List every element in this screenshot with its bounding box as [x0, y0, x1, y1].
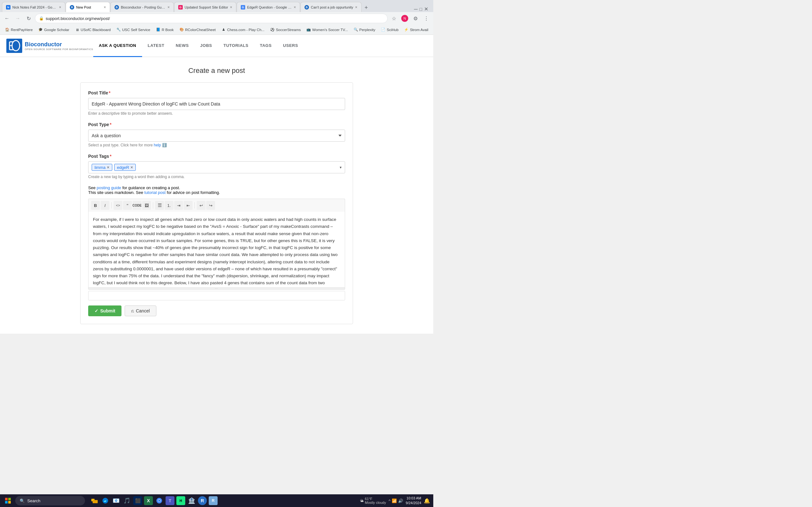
bookmark-scihub[interactable]: 📄 SciHub: [378, 26, 401, 33]
post-title-label: Post Title*: [88, 90, 345, 95]
tab-cant-post-job[interactable]: B Can't post a job oppurtunity ×: [300, 2, 362, 12]
nav-item-news[interactable]: NEWS: [170, 35, 194, 57]
post-title-input[interactable]: [88, 98, 345, 110]
address-bar[interactable]: 🔒 support.bioconductor.org/new/post/: [35, 14, 388, 23]
tag-limma[interactable]: limma ×: [92, 164, 112, 171]
bookmark-perplexity[interactable]: 🔍 Perplexity: [351, 26, 378, 33]
nav-item-tutorials[interactable]: TUTORIALS: [218, 35, 254, 57]
bookmark-google-scholar[interactable]: 🎓 Google Scholar: [36, 26, 72, 33]
menu-button[interactable]: ⋮: [422, 14, 431, 23]
bookmark-label-soccer-streams: SoccerStreams: [276, 28, 301, 32]
toolbar-blockquote[interactable]: ": [123, 201, 132, 210]
nav-item-users[interactable]: USERS: [277, 35, 304, 57]
bookmark-rentpaywhere[interactable]: 🏠 RentPayHere: [3, 26, 35, 33]
page-content: Bioconductor OPEN SOURCE SOFTWARE FOR BI…: [0, 35, 433, 334]
post-type-select[interactable]: Ask a question Job Listing Tutorial Tool…: [88, 130, 345, 142]
nav-item-ask[interactable]: ASK A QUESTION: [93, 35, 142, 57]
bookmark-soccer-streams[interactable]: ⚽ SoccerStreams: [268, 26, 304, 33]
bookmark-label-self-service: USC Self Service: [122, 28, 150, 32]
back-button[interactable]: ←: [3, 14, 11, 23]
maximize-button[interactable]: □: [420, 7, 422, 12]
tab-icon-3: B: [114, 5, 119, 9]
help-link[interactable]: help: [154, 143, 161, 147]
tab-updated-editor[interactable]: G Updated Support Site Editor ×: [174, 2, 236, 12]
tab-icon-1: N: [6, 5, 10, 9]
tutorial-post-link[interactable]: tutorial post: [144, 190, 165, 195]
toolbar-ul[interactable]: ☰: [155, 201, 164, 210]
bookmark-rcolor[interactable]: 🎨 RColorCheatSheet: [177, 26, 218, 33]
tab-close-4[interactable]: ×: [230, 5, 232, 9]
tab-close-6[interactable]: ×: [355, 5, 357, 9]
nav-item-tags[interactable]: TAGS: [254, 35, 277, 57]
submit-button[interactable]: ✓ Submit: [88, 305, 121, 316]
editor-toolbar: B I <> " CODE 🖼 ☰ 1. ⇥ ⇤ ↩ ↪: [88, 199, 345, 212]
minimize-button[interactable]: ─: [414, 6, 417, 12]
toolbar-sep-2: [153, 202, 153, 209]
editor-content[interactable]: For example, if I were to inspect all ge…: [88, 212, 345, 288]
profile-button[interactable]: N: [400, 14, 409, 23]
tab-new-post[interactable]: B New Post ×: [66, 2, 110, 12]
bioconductor-logo: [6, 39, 22, 53]
bookmark-icon-perplexity: 🔍: [354, 27, 358, 32]
editor-resize-handle[interactable]: ⋯: [88, 288, 345, 290]
nav-item-jobs[interactable]: JOBS: [194, 35, 217, 57]
cancel-label: Cancel: [136, 308, 150, 314]
tab-close-1[interactable]: ×: [59, 5, 61, 9]
bookmark-self-service[interactable]: 🔧 USC Self Service: [114, 26, 153, 33]
tab-nick-notes[interactable]: N Nick Notes Fall 2024 - Google ... ×: [2, 2, 65, 12]
new-tab-button[interactable]: +: [362, 3, 371, 12]
tag-limma-remove[interactable]: ×: [107, 165, 109, 170]
toolbar-dedent[interactable]: ⇤: [184, 201, 193, 210]
logo-subtitle: OPEN SOURCE SOFTWARE FOR BIOINFORMATICS: [25, 48, 93, 51]
logo-title: Bioconductor: [25, 41, 93, 48]
toolbar-inline-code[interactable]: <>: [113, 201, 122, 210]
bookmark-button[interactable]: ☆: [390, 14, 398, 23]
browser-frame: N Nick Notes Fall 2024 - Google ... × B …: [0, 0, 433, 35]
nav-item-latest[interactable]: LATEST: [142, 35, 170, 57]
tab-posting-guide[interactable]: B Bioconductor - Posting Guide ×: [110, 2, 174, 12]
toolbar-undo[interactable]: ↩: [197, 201, 206, 210]
toolbar-code-block[interactable]: CODE: [133, 201, 142, 210]
reload-button[interactable]: ↻: [24, 14, 33, 23]
bookmark-label-rcolor: RColorCheatSheet: [185, 28, 216, 32]
tab-icon-5: G: [241, 5, 245, 9]
posting-guide-link[interactable]: posting guide: [97, 185, 121, 190]
submit-label: Submit: [100, 308, 115, 314]
extensions-button[interactable]: ⚙: [411, 14, 420, 23]
bookmark-womens-soccer[interactable]: 📺 Women's Soccer TV...: [304, 26, 351, 33]
toolbar-sep-1: [111, 202, 112, 209]
cancel-button[interactable]: ⎌ Cancel: [125, 305, 156, 316]
toolbar-bold[interactable]: B: [91, 201, 100, 210]
toolbar-redo[interactable]: ↪: [206, 201, 215, 210]
url-text: support.bioconductor.org/new/post/: [46, 16, 110, 21]
tag-edger[interactable]: edgeR ×: [114, 164, 136, 171]
tab-close-5[interactable]: ×: [294, 5, 296, 9]
bookmark-strom[interactable]: ⚡ Strom Avail: [402, 26, 431, 33]
tags-container[interactable]: limma × edgeR × ▼: [88, 161, 345, 173]
bookmark-chess[interactable]: ♟ Chess.com - Play Ch...: [219, 26, 267, 33]
toolbar-indent[interactable]: ⇥: [174, 201, 183, 210]
cancel-icon: ⎌: [131, 308, 134, 314]
tab-close-3[interactable]: ×: [167, 5, 170, 9]
forward-button[interactable]: →: [13, 14, 22, 23]
tab-label-3: Bioconductor - Posting Guide: [121, 5, 165, 9]
tag-edger-label: edgeR: [117, 165, 129, 170]
bookmark-icon-womens-soccer: 📺: [306, 27, 311, 32]
tab-edger-question[interactable]: G EdgeR Question - Google Docs ×: [237, 2, 300, 12]
close-button[interactable]: ✕: [424, 6, 428, 12]
toolbar-ol[interactable]: 1.: [165, 201, 173, 210]
bookmark-icon-strom: ⚡: [404, 27, 409, 32]
bookmark-blackboard[interactable]: 🖥 USofC Blackboard: [72, 26, 113, 33]
tag-edger-remove[interactable]: ×: [131, 165, 133, 170]
tags-hint: Create a new tag by typing a word then a…: [88, 175, 345, 179]
tab-label-5: EdgeR Question - Google Docs: [247, 5, 292, 9]
bookmark-icon-soccer-streams: ⚽: [270, 27, 275, 32]
toolbar-italic[interactable]: I: [101, 201, 109, 210]
page-title: Create a new post: [80, 66, 353, 75]
toolbar-image[interactable]: 🖼: [142, 201, 151, 210]
tab-label-1: Nick Notes Fall 2024 - Google ...: [12, 5, 57, 9]
bookmark-rbook[interactable]: 📘 R Book: [154, 26, 176, 33]
tags-dropdown-icon[interactable]: ▼: [339, 166, 342, 169]
tab-icon-4: G: [178, 5, 183, 9]
tab-close-2[interactable]: ×: [104, 5, 106, 9]
